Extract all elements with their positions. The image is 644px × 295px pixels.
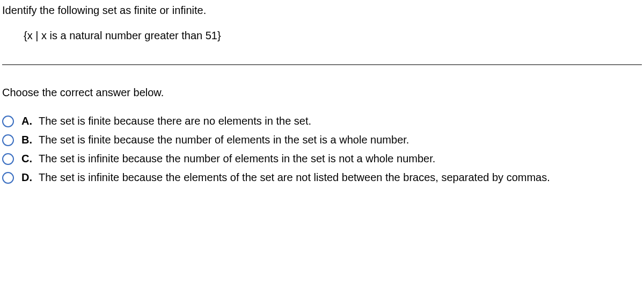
instruction-text: Choose the correct answer below. [2,87,642,99]
option-letter: D. [21,171,33,184]
option-label: D. The set is infinite because the eleme… [21,171,550,184]
option-label: B. The set is finite because the number … [21,134,409,146]
radio-icon[interactable] [2,153,14,165]
option-text: The set is finite because there are no e… [39,115,311,127]
radio-icon[interactable] [2,116,14,127]
question-prompt: Identify the following set as finite or … [2,4,642,17]
option-a[interactable]: A. The set is finite because there are n… [2,115,642,127]
option-text: The set is infinite because the elements… [39,171,550,184]
option-label: C. The set is infinite because the numbe… [21,153,435,165]
set-notation: {x | x is a natural number greater than … [2,30,642,42]
radio-icon[interactable] [2,134,14,146]
option-b[interactable]: B. The set is finite because the number … [2,134,642,146]
option-letter: C. [21,153,33,165]
option-letter: A. [21,115,33,127]
option-text: The set is finite because the number of … [39,134,409,146]
options-list: A. The set is finite because there are n… [2,115,642,184]
option-label: A. The set is finite because there are n… [21,115,311,127]
option-text: The set is infinite because the number o… [39,153,435,165]
option-letter: B. [21,134,33,146]
divider [2,64,642,65]
option-c[interactable]: C. The set is infinite because the numbe… [2,153,642,165]
radio-icon[interactable] [2,172,14,184]
option-d[interactable]: D. The set is infinite because the eleme… [2,171,642,184]
